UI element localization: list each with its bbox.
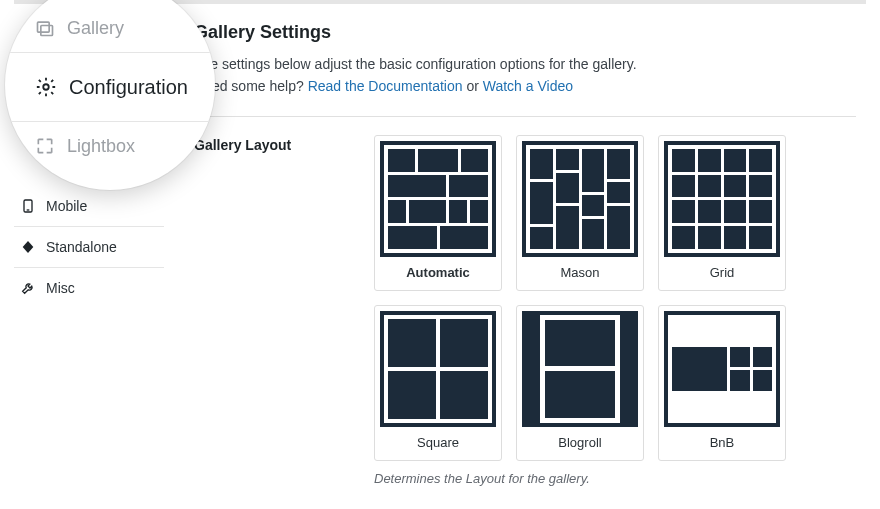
- layout-name: Square: [375, 427, 501, 460]
- docs-link[interactable]: Read the Documentation: [308, 78, 463, 94]
- sidebar-item-label: Mobile: [46, 198, 87, 214]
- expand-icon: [35, 136, 55, 156]
- description-line-1: The settings below adjust the basic conf…: [194, 53, 856, 75]
- sidebar-item-misc[interactable]: Misc: [14, 268, 164, 308]
- layout-section: Gallery Layout Automatic: [194, 135, 856, 486]
- mobile-icon: [20, 198, 36, 214]
- square-thumb: [380, 311, 496, 427]
- automatic-thumb: [380, 141, 496, 257]
- layout-name: BnB: [659, 427, 785, 460]
- mag-label: Gallery: [67, 18, 124, 39]
- sidebar-item-mobile[interactable]: Mobile: [14, 186, 164, 227]
- layout-option-bnb[interactable]: BnB: [658, 305, 786, 461]
- mag-label: Lightbox: [67, 136, 135, 157]
- page-title: Gallery Settings: [194, 22, 856, 43]
- gear-icon: [35, 76, 57, 98]
- main-content: Gallery Settings The settings below adju…: [164, 4, 866, 486]
- bnb-thumb: [664, 311, 780, 427]
- mason-thumb: [522, 141, 638, 257]
- layout-label: Gallery Layout: [194, 135, 354, 486]
- video-link[interactable]: Watch a Video: [483, 78, 573, 94]
- mag-item-configuration[interactable]: Configuration: [5, 52, 215, 122]
- wrench-icon: [20, 280, 36, 296]
- sidebar-item-label: Misc: [46, 280, 75, 296]
- layout-name: Grid: [659, 257, 785, 290]
- svg-rect-2: [38, 22, 50, 32]
- divider: [194, 116, 856, 117]
- blogroll-thumb: [522, 311, 638, 427]
- help-or: or: [463, 78, 483, 94]
- layout-grid: Automatic Mason: [374, 135, 786, 461]
- sidebar-item-standalone[interactable]: Standalone: [14, 227, 164, 268]
- sidebar-item-label: Standalone: [46, 239, 117, 255]
- diamond-icon: [20, 239, 36, 255]
- layout-option-blogroll[interactable]: Blogroll: [516, 305, 644, 461]
- grid-thumb: [664, 141, 780, 257]
- layout-column: Automatic Mason: [374, 135, 786, 486]
- images-icon: [35, 18, 55, 38]
- svg-point-4: [43, 84, 49, 90]
- layout-option-automatic[interactable]: Automatic: [374, 135, 502, 291]
- svg-rect-3: [41, 26, 53, 36]
- mag-label: Configuration: [69, 76, 188, 99]
- mag-item-gallery[interactable]: Gallery: [5, 4, 215, 52]
- layout-name: Blogroll: [517, 427, 643, 460]
- layout-name: Automatic: [375, 257, 501, 290]
- layout-name: Mason: [517, 257, 643, 290]
- layout-helper: Determines the Layout for the gallery.: [374, 471, 786, 486]
- layout-option-square[interactable]: Square: [374, 305, 502, 461]
- description-line-2: Need some help? Read the Documentation o…: [194, 75, 856, 97]
- layout-option-mason[interactable]: Mason: [516, 135, 644, 291]
- layout-option-grid[interactable]: Grid: [658, 135, 786, 291]
